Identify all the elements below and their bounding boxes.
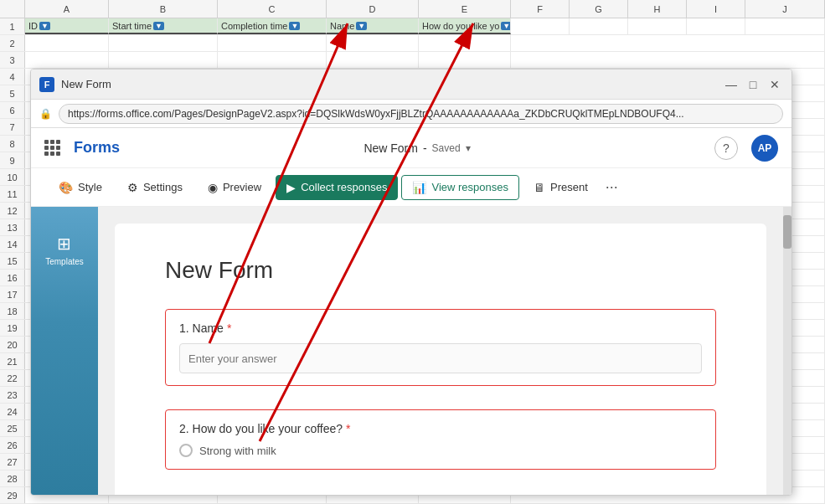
scrollbar[interactable] xyxy=(783,207,791,495)
lock-icon: 🔒 xyxy=(39,108,52,120)
settings-button[interactable]: ⚙ Settings xyxy=(116,175,193,200)
col-header-h: H xyxy=(628,0,687,18)
more-options-button[interactable]: ··· xyxy=(606,178,618,196)
col-header-c: C xyxy=(218,0,327,18)
app-icon: F xyxy=(39,77,54,92)
collect-button[interactable]: ▶ Collect responses xyxy=(276,175,398,200)
question-1-label: 1. Name * xyxy=(179,321,702,335)
title-bar: F New Form — □ ✕ xyxy=(31,69,791,100)
close-button[interactable]: ✕ xyxy=(766,76,783,93)
window-title: New Form xyxy=(61,78,716,90)
radio-option-1: Strong with milk xyxy=(179,444,702,457)
filter-name[interactable]: ▼ xyxy=(356,22,367,30)
cell-j1 xyxy=(745,18,825,34)
navbar: Forms New Form - Saved ▾ ? AP xyxy=(31,128,791,168)
data-header-row: 1 ID ▼ Start time ▼ Completion time ▼ Na… xyxy=(0,18,825,35)
cell-f1 xyxy=(511,18,570,34)
preview-label: Preview xyxy=(223,181,261,193)
url-input[interactable] xyxy=(59,104,783,124)
required-star-2: * xyxy=(346,422,350,435)
col-header-a: A xyxy=(25,0,109,18)
col-header-row: A B C D E F G H I J xyxy=(0,0,825,18)
view-responses-button[interactable]: 📊 View responses xyxy=(401,175,519,200)
col-header-i: I xyxy=(687,0,745,18)
filter-id[interactable]: ▼ xyxy=(39,22,50,30)
question-2-label: 2. How do you like your coffee? * xyxy=(179,422,702,435)
col-header-d: D xyxy=(327,0,419,18)
avatar[interactable]: AP xyxy=(751,135,778,162)
filter-how[interactable]: ▼ xyxy=(501,22,511,30)
col-header-j: J xyxy=(745,0,825,18)
chevron-down-icon[interactable]: ▾ xyxy=(466,142,471,154)
present-label: Present xyxy=(550,181,588,193)
nav-separator: - xyxy=(423,141,427,155)
cell-i1 xyxy=(687,18,745,34)
chart-icon: 📊 xyxy=(412,181,426,194)
col-header-g: G xyxy=(570,0,628,18)
view-label: View responses xyxy=(431,181,508,193)
present-icon: 🖥 xyxy=(534,181,545,194)
form-title: New Form xyxy=(165,257,716,284)
question-1-block: 1. Name * xyxy=(165,309,716,386)
style-icon: 🎨 xyxy=(59,181,73,194)
required-star-1: * xyxy=(227,321,231,335)
cell-id: ID ▼ xyxy=(25,18,109,34)
saved-badge: Saved xyxy=(432,142,461,154)
templates-label: Templates xyxy=(45,257,84,266)
cell-start-time: Start time ▼ xyxy=(109,18,218,34)
cell-h1 xyxy=(628,18,687,34)
radio-circle-1[interactable] xyxy=(179,444,193,457)
table-row: 3 xyxy=(0,52,825,69)
browser-window: F New Form — □ ✕ 🔒 Forms New Form - Save… xyxy=(30,69,792,496)
question-2-block: 2. How do you like your coffee? * Strong… xyxy=(165,409,716,470)
address-bar: 🔒 xyxy=(31,100,791,128)
col-header-b: B xyxy=(109,0,218,18)
question-1-input[interactable] xyxy=(179,343,702,373)
preview-icon: ◉ xyxy=(208,181,218,194)
filter-start-time[interactable]: ▼ xyxy=(153,22,164,30)
present-button[interactable]: 🖥 Present xyxy=(523,175,599,200)
corner-cell xyxy=(0,0,25,18)
apps-grid-icon[interactable] xyxy=(44,140,60,156)
brand-name: Forms xyxy=(74,139,120,157)
templates-icon: ⊞ xyxy=(57,234,71,254)
collect-label: Collect responses xyxy=(301,181,387,193)
maximize-button[interactable]: □ xyxy=(745,76,761,93)
style-label: Style xyxy=(78,181,102,193)
cell-completion-time: Completion time ▼ xyxy=(218,18,327,34)
settings-label: Settings xyxy=(143,181,183,193)
minimize-button[interactable]: — xyxy=(723,76,740,93)
main-area: ⊞ Templates New Form 1. Name * xyxy=(31,207,791,495)
form-card: New Form 1. Name * 2. How do you like yo… xyxy=(115,224,766,495)
cell-how: How do you like yo ▼ xyxy=(419,18,511,34)
filter-completion-time[interactable]: ▼ xyxy=(289,22,300,30)
style-button[interactable]: 🎨 Style xyxy=(48,175,113,200)
form-canvas[interactable]: New Form 1. Name * 2. How do you like yo… xyxy=(98,207,783,495)
collect-icon: ▶ xyxy=(286,181,296,194)
radio-label-1: Strong with milk xyxy=(199,445,276,457)
col-header-f: F xyxy=(511,0,570,18)
sidebar: ⊞ Templates xyxy=(31,207,98,495)
toolbar: 🎨 Style ⚙ Settings ◉ Preview ▶ Collect r… xyxy=(31,168,791,207)
cell-name: Name ▼ xyxy=(327,18,419,34)
preview-button[interactable]: ◉ Preview xyxy=(197,175,272,200)
table-row: 2 xyxy=(0,35,825,52)
help-button[interactable]: ? xyxy=(714,136,738,160)
cell-g1 xyxy=(570,18,628,34)
sidebar-item-templates[interactable]: ⊞ Templates xyxy=(39,224,90,276)
row-num-1: 1 xyxy=(0,18,25,34)
settings-icon: ⚙ xyxy=(127,181,138,194)
form-title-nav: New Form - Saved ▾ xyxy=(364,141,470,155)
window-controls: — □ ✕ xyxy=(723,76,783,93)
nav-form-title: New Form xyxy=(364,141,418,155)
col-header-e: E xyxy=(419,0,511,18)
scrollbar-thumb[interactable] xyxy=(783,215,791,249)
